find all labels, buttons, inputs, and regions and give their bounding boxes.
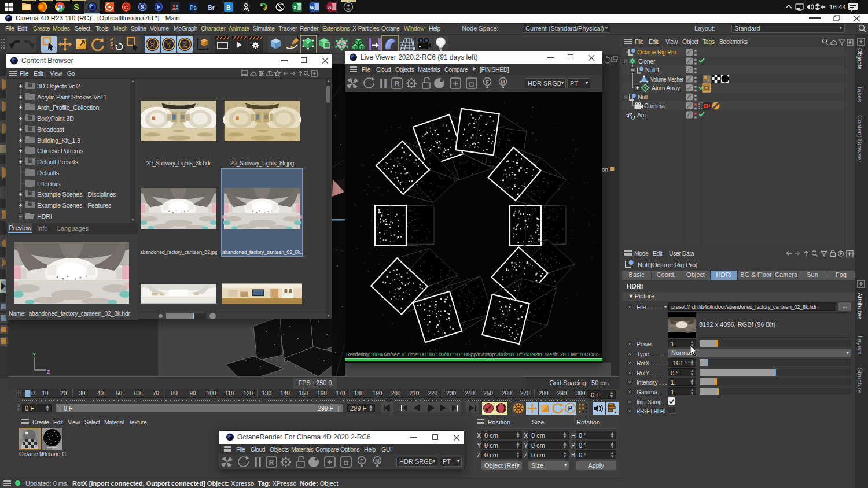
svg-text:170: 170 [336,390,345,397]
svg-text:Broadcast: Broadcast [37,126,64,133]
svg-text:120: 120 [243,390,253,397]
svg-text:190: 190 [373,390,382,397]
svg-text:40: 40 [97,390,104,397]
svg-text:Example Scenes - Disciplines: Example Scenes - Disciplines [37,191,116,198]
svg-text:0: 0 [31,390,35,397]
svg-text:240: 240 [465,390,475,397]
svg-text:Null.1: Null.1 [645,66,660,73]
svg-text:110: 110 [225,390,234,397]
svg-text:X: X [150,40,156,49]
svg-text:300: 300 [576,390,586,397]
svg-text:Z: Z [182,40,187,49]
svg-text:S: S [73,2,79,12]
svg-text:G: G [124,5,128,10]
svg-text:80: 80 [171,390,178,397]
svg-text:130: 130 [262,390,271,397]
svg-text:Power: Power [637,341,653,347]
svg-text:Type. . . . . .: Type. . . . . . [637,350,665,357]
svg-text:Acrylic Paint Strokes Vol 1: Acrylic Paint Strokes Vol 1 [37,94,106,101]
svg-text:Octane Rig Pro: Octane Rig Pro [637,49,676,56]
svg-text:A: A [328,5,331,10]
svg-text:RotX. . . . . .: RotX. . . . . . [637,360,666,367]
svg-text:Arc: Arc [637,112,646,119]
svg-text:RotY. . . . . .: RotY. . . . . . [637,369,665,376]
svg-text:20: 20 [60,390,67,397]
svg-text:W: W [310,5,315,10]
svg-text:90: 90 [190,390,197,397]
svg-text:200: 200 [391,390,401,397]
svg-text:B: B [226,4,231,11]
svg-text:250: 250 [483,390,493,397]
svg-text:File. . . . . .: File. . . . . . [637,304,663,310]
svg-text:100: 100 [207,390,216,397]
svg-text:HDRI: HDRI [37,213,52,220]
svg-text:230: 230 [446,390,456,397]
svg-text:S: S [141,4,145,10]
svg-text:180: 180 [354,390,364,397]
svg-text:Chinese Patterns: Chinese Patterns [37,147,83,154]
svg-text:Example Scenes - Features: Example Scenes - Features [37,202,112,209]
svg-text:Y: Y [166,40,172,49]
svg-text:30: 30 [79,390,86,397]
svg-text:Atom Array: Atom Array [652,84,681,91]
svg-text:160: 160 [317,390,327,397]
svg-text:Defaults: Defaults [37,169,60,176]
svg-text:Cloner: Cloner [638,58,656,65]
svg-text:Camera: Camera [644,102,665,109]
svg-text:Building_Kit_1.3: Building_Kit_1.3 [37,137,80,144]
svg-text:Intensity . . .: Intensity . . . [637,379,667,386]
svg-text:Gamma. . . .: Gamma. . . . [637,389,668,395]
svg-text:Y: Y [32,351,36,357]
svg-text:150: 150 [299,390,308,397]
svg-text:140: 140 [280,390,290,397]
svg-text:50: 50 [116,390,123,397]
svg-text:BodyPaint 3D: BodyPaint 3D [37,115,74,122]
svg-text:10: 10 [42,390,49,397]
svg-text:R: R [110,46,113,51]
svg-text:Effectors: Effectors [37,180,61,187]
svg-text:Z: Z [47,368,50,375]
svg-text:60: 60 [134,390,141,397]
svg-text:P: P [568,405,572,412]
svg-text:210: 210 [410,390,420,397]
svg-text:Br: Br [208,5,214,11]
svg-text:Null: Null [638,94,648,101]
svg-text:Volume Mesher: Volume Mesher [650,76,684,83]
svg-text:70: 70 [153,390,160,397]
svg-text:X: X [293,5,297,10]
svg-text:Default Presets: Default Presets [37,158,79,165]
svg-text:290: 290 [557,390,567,397]
svg-text:260: 260 [502,390,512,397]
svg-text:220: 220 [428,390,437,397]
svg-text:280: 280 [539,390,549,397]
svg-text:Ps: Ps [190,5,197,11]
svg-text:Arch_Profile_Collection: Arch_Profile_Collection [37,104,100,111]
svg-text:Imp. Samp. .: Imp. Samp. . [637,398,665,405]
svg-text:RESET HDRI: RESET HDRI [637,408,665,415]
svg-text:270: 270 [520,390,530,397]
svg-text:16:44: 16:44 [829,3,846,10]
svg-text:3D Objects Vol2: 3D Objects Vol2 [37,83,80,90]
